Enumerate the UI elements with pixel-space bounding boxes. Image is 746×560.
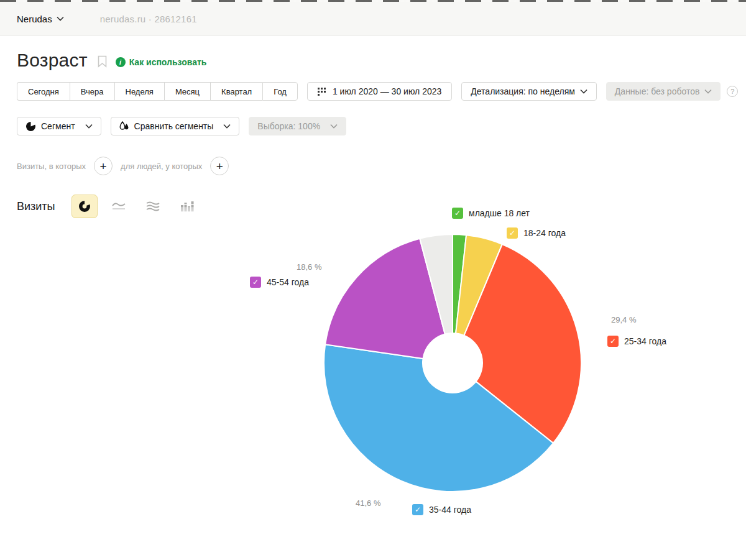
filter-row: Визиты, в которых + для людей, у которых… <box>17 157 229 175</box>
pie-icon <box>25 121 36 132</box>
age-donut-chart <box>322 232 583 493</box>
legend-item-35-44: ✓ 35-44 года <box>412 504 471 515</box>
legend-label-under-18: младше 18 лет <box>469 208 530 218</box>
info-icon: i <box>116 57 126 67</box>
detail-label: Детализация: по неделям <box>471 86 575 96</box>
compare-segments-dropdown[interactable]: Сравнить сегменты <box>111 117 240 135</box>
period-button-today[interactable]: Сегодня <box>17 82 70 101</box>
chevron-down-icon <box>330 124 338 129</box>
chevron-down-icon <box>223 124 231 129</box>
period-button-yesterday[interactable]: Вчера <box>70 82 114 101</box>
period-button-month[interactable]: Месяц <box>164 82 210 101</box>
legend-checkbox-35-44[interactable]: ✓ <box>412 504 423 515</box>
segment-dropdown[interactable]: Сегмент <box>17 117 101 135</box>
chevron-down-icon <box>704 89 712 94</box>
chevron-down-icon <box>580 89 587 94</box>
columns-chart-icon <box>180 201 194 212</box>
stacked-areas-icon <box>145 201 160 212</box>
legend-checkbox-18-24[interactable]: ✓ <box>507 227 518 239</box>
calendar-grid-icon <box>318 88 327 96</box>
chart-type-donut-button[interactable] <box>71 195 98 218</box>
page-title: Возраст <box>17 50 88 71</box>
legend-item-25-34: ✓ 25-34 года <box>607 336 666 347</box>
separator: · <box>149 14 152 24</box>
percent-label-25-34: 29,4 % <box>611 315 636 324</box>
topbar: Nerudas nerudas.ru · 28612161 <box>0 2 746 36</box>
data-mode-label: Данные: без роботов <box>615 86 700 96</box>
toolbar-row-segments: Сегмент Сравнить сегменты Выборка: 100% <box>17 117 346 135</box>
counter-id: 28612161 <box>154 14 196 24</box>
toolbar-row-periods: Сегодня Вчера Неделя Месяц Квартал Год 1… <box>17 82 738 101</box>
chevron-down-icon <box>85 124 93 129</box>
legend-item-18-24: ✓ 18-24 года <box>507 227 566 239</box>
legend-item-under-18: ✓ младше 18 лет <box>452 208 530 219</box>
drops-icon <box>119 121 129 132</box>
metric-label: Визиты <box>17 200 55 213</box>
sampling-dropdown[interactable]: Выборка: 100% <box>249 117 346 135</box>
percent-label-35-44: 41,6 % <box>356 498 380 508</box>
how-to-use-label: Как использовать <box>129 57 207 67</box>
detail-dropdown[interactable]: Детализация: по неделям <box>461 82 597 101</box>
chart-type-areas-button[interactable] <box>140 195 166 218</box>
legend-label-25-34: 25-34 года <box>624 336 666 346</box>
donut-chart-icon <box>78 200 91 213</box>
period-button-quarter[interactable]: Квартал <box>210 82 262 101</box>
legend-checkbox-25-34[interactable]: ✓ <box>607 336 619 347</box>
counter-meta: nerudas.ru · 28612161 <box>100 14 197 24</box>
legend-label-18-24: 18-24 года <box>523 228 566 238</box>
legend-label-45-54: 45-54 года <box>267 277 309 287</box>
chevron-down-icon <box>57 16 64 21</box>
how-to-use-link[interactable]: i Как использовать <box>116 57 207 67</box>
help-icon[interactable]: ? <box>727 86 738 97</box>
page-header: Возраст i Как использовать <box>17 50 206 71</box>
line-chart-icon <box>111 201 126 212</box>
counter-site: nerudas.ru <box>100 14 146 24</box>
legend-label-35-44: 35-44 года <box>429 505 471 515</box>
counter-switcher[interactable]: Nerudas <box>17 14 64 24</box>
date-range-picker[interactable]: 1 июл 2020 — 30 июл 2023 <box>307 82 452 101</box>
add-visit-filter-button[interactable]: + <box>94 157 113 175</box>
sampling-label: Выборка: 100% <box>257 121 320 131</box>
period-button-year[interactable]: Год <box>262 82 298 101</box>
data-mode-dropdown[interactable]: Данные: без роботов <box>606 82 721 101</box>
legend-checkbox-under-18[interactable]: ✓ <box>452 208 463 219</box>
period-button-group: Сегодня Вчера Неделя Месяц Квартал Год <box>17 82 298 101</box>
legend-item-45-54: ✓ 45-54 года <box>250 277 309 288</box>
percent-label-45-54: 18,6 % <box>297 262 321 272</box>
legend-checkbox-45-54[interactable]: ✓ <box>250 277 261 288</box>
period-button-week[interactable]: Неделя <box>114 82 164 101</box>
metric-row: Визиты <box>17 195 200 218</box>
chart-type-line-button[interactable] <box>106 195 132 218</box>
date-range-value: 1 июл 2020 — 30 июл 2023 <box>333 86 441 96</box>
counter-name: Nerudas <box>17 14 52 24</box>
chart-type-columns-button[interactable] <box>174 195 200 218</box>
compare-segments-label: Сравнить сегменты <box>134 121 214 131</box>
visits-filter-label: Визиты, в которых <box>17 162 86 171</box>
add-people-filter-button[interactable]: + <box>210 157 229 175</box>
segment-label: Сегмент <box>41 121 75 131</box>
people-filter-label: для людей, у которых <box>121 162 202 171</box>
bookmark-icon[interactable] <box>98 55 107 68</box>
